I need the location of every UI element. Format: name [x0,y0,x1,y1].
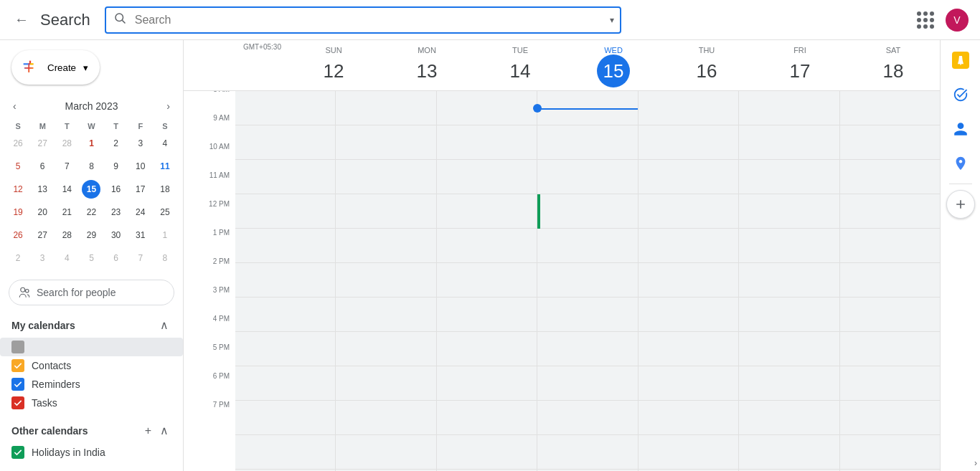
my-calendars-collapse-button[interactable]: ∧ [157,317,171,333]
day-header-sun: S [6,120,30,132]
mini-cal-day[interactable]: 20 [30,201,55,224]
hour-line [437,125,537,160]
mini-cal-day[interactable]: 12 [6,178,30,201]
hour-line [639,125,738,160]
mini-cal-day[interactable]: 27 [30,224,55,247]
mini-cal-day[interactable]: 23 [104,201,128,224]
mini-cal-day[interactable]: 8 [79,155,103,178]
mini-cal-day[interactable]: 25 [153,201,177,224]
day-header-mon: M [30,120,55,132]
mini-cal-day[interactable]: 18 [153,178,177,201]
calendar-item-tasks[interactable]: Tasks [0,394,183,412]
mini-cal-day[interactable]: 11 [153,155,177,178]
col-fri[interactable] [738,91,839,471]
col-wed[interactable] [537,91,637,471]
mini-cal-day[interactable]: 7 [128,247,153,270]
create-button[interactable]: + Create ▾ [11,50,100,85]
right-sidebar-fab[interactable] [946,190,975,219]
mini-cal-day[interactable]: 28 [55,224,79,247]
col-sun[interactable] [235,91,335,471]
mini-cal-day[interactable]: 4 [55,247,79,270]
other-calendars-collapse-button[interactable]: ∧ [157,422,171,439]
calendar-item-blank[interactable] [0,338,183,356]
mini-cal-day[interactable]: 16 [104,178,128,201]
hour-line [437,332,537,366]
day-header-tue[interactable]: TUE 14 [473,40,567,90]
day-name-thu: THU [660,46,753,54]
search-input[interactable] [105,6,621,34]
mini-cal-day[interactable]: 1 [153,224,177,247]
hour-line [437,194,537,229]
mini-cal-day[interactable]: 14 [55,178,79,201]
mini-cal-day[interactable]: 26 [6,132,30,155]
mini-cal-day[interactable]: 7 [55,155,79,178]
mini-cal-next-button[interactable]: › [162,97,174,115]
mini-cal-day[interactable]: 28 [55,132,79,155]
hour-line [639,91,738,125]
mini-cal-day[interactable]: 3 [128,132,153,155]
hour-line [437,435,537,470]
hour-line [336,366,435,401]
mini-cal-day[interactable]: 6 [104,247,128,270]
day-header-fri[interactable]: FRI 17 [753,40,847,90]
mini-cal-prev-button[interactable]: ‹ [9,97,21,115]
mini-cal-day[interactable]: 10 [128,155,153,178]
maps-button[interactable] [946,149,975,178]
mini-cal-day[interactable]: 2 [6,247,30,270]
other-calendars-add-button[interactable]: + [142,422,154,439]
calendar-item-holidays[interactable]: Holidays in India [0,443,183,462]
expand-button[interactable]: › [971,455,980,471]
keep-icon [952,52,969,69]
hour-line [437,298,537,332]
day-header-sat[interactable]: SAT 18 [847,40,940,90]
day-header-mon[interactable]: MON 13 [380,40,473,90]
mini-cal-day[interactable]: 22 [79,201,103,224]
col-sat[interactable] [839,91,940,471]
mini-cal-day[interactable]: 30 [104,224,128,247]
mini-cal-header: ‹ March 2023 › [6,92,177,120]
col-thu[interactable] [638,91,738,471]
mini-cal-day[interactable]: 15 [79,178,103,201]
hour-line [639,263,738,298]
hour-line [739,229,839,263]
mini-cal-day[interactable]: 6 [30,155,55,178]
profile-avatar[interactable]: V [943,6,971,34]
search-dropdown-button[interactable]: ▾ [610,15,614,25]
mini-cal-day[interactable]: 31 [128,224,153,247]
mini-cal-day[interactable]: 27 [30,132,55,155]
col-mon[interactable] [335,91,435,471]
mini-cal-day[interactable]: 3 [30,247,55,270]
mini-cal-day[interactable]: 17 [128,178,153,201]
mini-cal-day[interactable]: 2 [104,132,128,155]
mini-cal-day[interactable]: 9 [104,155,128,178]
mini-cal-day[interactable]: 5 [6,155,30,178]
mini-cal-day[interactable]: 19 [6,201,30,224]
time-grid[interactable]: 8 AM9 AM10 AM11 AM12 PM1 PM2 PM3 PM4 PM5… [184,91,940,471]
hour-line [739,332,839,366]
day-header-sun[interactable]: SUN 12 [287,40,380,90]
day-header-wed[interactable]: WED 15 [567,40,660,90]
col-tue[interactable] [436,91,537,471]
contacts-button[interactable] [946,115,975,143]
keep-button[interactable] [946,46,975,75]
mini-cal-day[interactable]: 13 [30,178,55,201]
calendar-item-contacts[interactable]: Contacts [0,356,183,375]
mini-cal-day[interactable]: 1 [79,132,103,155]
search-people[interactable]: Search for people [9,280,174,305]
day-header-thu[interactable]: THU 16 [660,40,753,90]
mini-cal-day[interactable]: 21 [55,201,79,224]
other-calendars-header[interactable]: Other calendars + ∧ [0,418,183,443]
mini-cal-day[interactable]: 26 [6,224,30,247]
my-calendars-header[interactable]: My calendars ∧ [0,313,183,338]
time-labels: 8 AM9 AM10 AM11 AM12 PM1 PM2 PM3 PM4 PM5… [184,91,235,471]
mini-cal-day[interactable]: 5 [79,247,103,270]
mini-cal-day[interactable]: 8 [153,247,177,270]
tasks-button[interactable] [946,80,975,109]
mini-cal-day[interactable]: 29 [79,224,103,247]
hour-line [235,366,335,401]
mini-cal-day[interactable]: 24 [128,201,153,224]
google-apps-button[interactable] [911,6,940,34]
mini-cal-day[interactable]: 4 [153,132,177,155]
back-button[interactable]: ← [9,6,34,34]
calendar-item-reminders[interactable]: Reminders [0,375,183,394]
